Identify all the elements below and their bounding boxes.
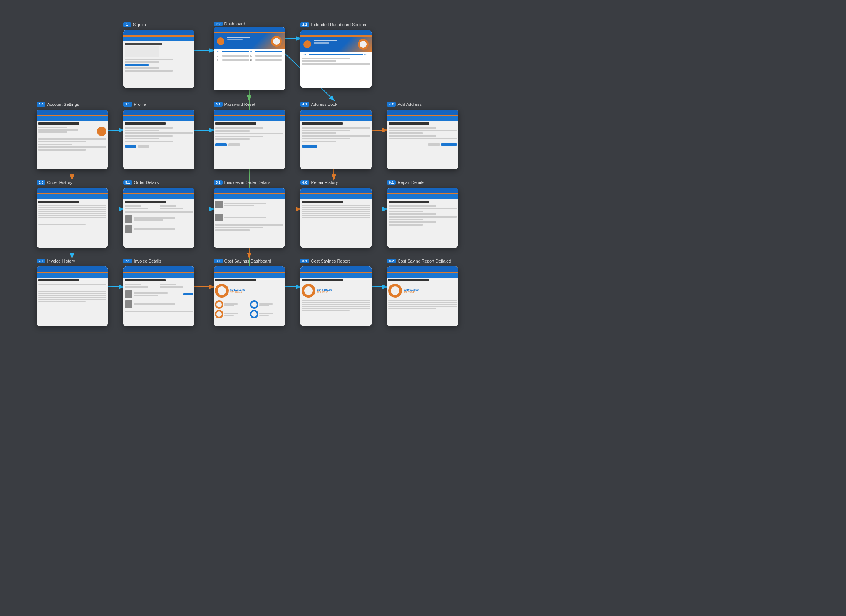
label-text-repair-history: Repair History	[311, 180, 338, 185]
label-number-21: 2.1	[300, 22, 309, 27]
label-number-42: 4.2	[387, 102, 396, 107]
label-text-profile: Profile	[134, 102, 146, 107]
node-invoice-details[interactable]	[123, 266, 194, 326]
label-ext-dashboard: 2.1 Extended Dashboard Section	[300, 22, 366, 27]
node-repair-details[interactable]	[387, 188, 458, 248]
diagram-canvas: 1 Sign in 12 63	[0, 0, 846, 616]
label-account-settings: 3.0 Account Settings	[37, 102, 79, 107]
node-invoices-order[interactable]	[214, 188, 285, 248]
label-text-order-details: Order Details	[134, 180, 159, 185]
label-invoice-details: 7.1 Invoice Details	[123, 259, 161, 263]
label-number-1: 1	[123, 22, 131, 27]
label-number-51: 5.1	[123, 180, 132, 185]
label-number-80: 8.0	[214, 259, 223, 263]
label-number-31: 3.1	[123, 102, 132, 107]
label-order-details: 5.1 Order Details	[123, 180, 159, 185]
node-invoice-history[interactable]	[37, 266, 108, 326]
label-number-71: 7.1	[123, 259, 132, 263]
label-text-invoice-history: Invoice History	[47, 259, 75, 263]
label-cost-savings-report-detailed: 8.2 Cost Saving Report Defialed	[387, 259, 451, 263]
label-number-61: 6.1	[387, 180, 396, 185]
label-text-repair-details: Repair Details	[398, 180, 424, 185]
label-text-add-address: Add Address	[398, 102, 422, 107]
label-number-60: 6.0	[300, 180, 309, 185]
label-number-20: 2.0	[214, 22, 223, 26]
label-text-dashboard: Dashboard	[224, 22, 245, 26]
label-invoice-history: 7.0 Invoice History	[37, 259, 75, 263]
label-text-ext-dashboard: Extended Dashboard Section	[311, 22, 366, 27]
node-add-address[interactable]	[387, 110, 458, 169]
label-number-52: 5.2	[214, 180, 223, 185]
label-cost-savings-report: 8.1 Cost Savings Report	[300, 259, 350, 263]
label-address-book: 4.1 Address Book	[300, 102, 337, 107]
label-order-history: 5.0 Order History	[37, 180, 72, 185]
label-text-address-book: Address Book	[311, 102, 337, 107]
label-text-password-reset: Password Reset	[224, 102, 255, 107]
label-add-address: 4.2 Add Address	[387, 102, 422, 107]
node-repair-history[interactable]	[300, 188, 372, 248]
label-number-50: 5.0	[37, 180, 45, 185]
node-order-history[interactable]	[37, 188, 108, 248]
node-ext-dashboard[interactable]: 12 63	[300, 30, 372, 88]
label-text-invoice-details: Invoice Details	[134, 259, 162, 263]
node-cost-savings-report[interactable]: $349,182.80 $78,328.45	[300, 266, 372, 326]
node-password-reset[interactable]	[214, 110, 285, 169]
label-repair-history: 6.0 Repair History	[300, 180, 338, 185]
label-password-reset: 3.2 Password Reset	[214, 102, 255, 107]
node-profile[interactable]	[123, 110, 194, 169]
node-dashboard[interactable]: 12 63 0 40 5 17	[214, 27, 285, 90]
node-signin[interactable]	[123, 30, 194, 88]
label-profile: 3.1 Profile	[123, 102, 146, 107]
label-number-82: 8.2	[387, 259, 396, 263]
label-text-account-settings: Account Settings	[47, 102, 79, 107]
label-number-41: 4.1	[300, 102, 309, 107]
label-text-cost-savings-report-detailed: Cost Saving Report Defialed	[398, 259, 451, 263]
label-dashboard: 2.0 Dashboard	[214, 22, 245, 26]
label-number-30: 3.0	[37, 102, 45, 107]
node-address-book[interactable]	[300, 110, 372, 169]
label-number-32: 3.2	[214, 102, 223, 107]
label-number-70: 7.0	[37, 259, 45, 263]
label-text-cost-savings-report: Cost Savings Report	[311, 259, 350, 263]
label-text-invoices-order: Invoices in Order Details	[224, 180, 271, 185]
label-text-order-history: Order History	[47, 180, 72, 185]
label-text-signin: Sign in	[133, 22, 146, 27]
node-cost-savings-report-detailed[interactable]: $349,182.80 $78,328.45	[387, 266, 458, 326]
label-invoices-order: 5.2 Invoices in Order Details	[214, 180, 270, 185]
label-signin: 1 Sign in	[123, 22, 146, 27]
label-text-cost-savings-dashboard: Cost Savings Dashboard	[224, 259, 271, 263]
label-repair-details: 6.1 Repair Details	[387, 180, 424, 185]
node-order-details[interactable]	[123, 188, 194, 248]
node-account-settings[interactable]	[37, 110, 108, 169]
label-number-81: 8.1	[300, 259, 309, 263]
node-cost-savings-dashboard[interactable]: $349,182.80 $78,328.45	[214, 266, 285, 326]
label-cost-savings-dashboard: 8.0 Cost Savings Dashboard	[214, 259, 271, 263]
